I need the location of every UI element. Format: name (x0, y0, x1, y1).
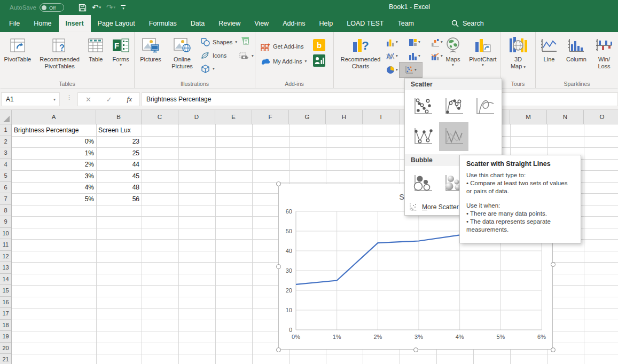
column-header-H[interactable]: H (326, 110, 363, 124)
row-header-10[interactable]: 10 (0, 228, 11, 240)
cell-B4[interactable]: 44 (96, 159, 142, 171)
3d-models-button[interactable]: ▾ (201, 63, 240, 75)
row-header-3[interactable]: 3 (0, 147, 11, 159)
cell-B7[interactable]: 56 (96, 193, 142, 205)
cell-B6[interactable]: 48 (96, 182, 142, 194)
bing-maps-addin-button[interactable]: b (313, 39, 325, 53)
pivotchart-button[interactable]: PivotChart ▾ (467, 32, 498, 67)
row-header-13[interactable]: 13 (0, 262, 11, 274)
undo-caret-icon[interactable]: ▾ (99, 5, 101, 10)
tab-insert[interactable]: Insert (59, 15, 91, 32)
column-header-I[interactable]: I (363, 110, 400, 124)
chart-handle-top-left[interactable] (276, 181, 281, 186)
recommended-charts-button[interactable]: ? Recommended Charts (336, 32, 385, 69)
tab-add-ins[interactable]: Add-ins (276, 15, 312, 32)
row-header-15[interactable]: 15 (0, 285, 11, 297)
menu-item-scatter-smooth-markers[interactable] (439, 92, 468, 121)
redo-button[interactable]: ↷▾ (105, 3, 117, 12)
cell-B5[interactable]: 45 (96, 170, 142, 182)
name-box[interactable]: A1 ▾ (1, 92, 60, 106)
cell-B1[interactable]: Screen Lux (96, 124, 142, 136)
insert-scatter-chart-button[interactable]: ▾ (399, 62, 423, 78)
chart-handle-bottom-left[interactable] (276, 347, 281, 352)
smartart-button[interactable] (239, 36, 255, 47)
tab-help[interactable]: Help (312, 15, 340, 32)
sparkline-line-button[interactable]: Line (536, 32, 562, 88)
forms-button[interactable]: F Forms ▾ (107, 32, 134, 88)
tab-file[interactable]: File (2, 15, 27, 32)
cell-A1[interactable]: Brightness Percentage (12, 124, 96, 136)
row-header-18[interactable]: 18 (0, 320, 11, 331)
row-header-16[interactable]: 16 (0, 297, 11, 308)
maps-button[interactable]: Maps ▾ (440, 32, 466, 67)
recommended-pivottables-button[interactable]: ? Recommended PivotTables (35, 32, 84, 88)
menu-item-scatter-straight-markers[interactable] (408, 122, 437, 151)
row-header-19[interactable]: 19 (0, 331, 11, 343)
people-graph-addin-button[interactable] (313, 54, 325, 69)
icons-button[interactable]: Icons (201, 50, 240, 61)
row-header-5[interactable]: 5 (0, 170, 11, 182)
column-header-F[interactable]: F (252, 110, 289, 124)
column-header-B[interactable]: B (96, 110, 142, 124)
menu-item-scatter-straight[interactable] (439, 122, 468, 151)
row-header-2[interactable]: 2 (0, 136, 11, 148)
tab-home[interactable]: Home (27, 15, 58, 32)
row-header-1[interactable]: 1 (0, 124, 11, 136)
tab-view[interactable]: View (247, 15, 276, 32)
row-header-8[interactable]: 8 (0, 205, 11, 217)
search-box[interactable]: Search (451, 15, 484, 32)
confirm-entry-icon[interactable]: ✓ (106, 96, 112, 104)
row-header-21[interactable]: 21 (0, 354, 11, 364)
cell-A2[interactable]: 0% (12, 136, 96, 148)
get-addins-button[interactable]: Get Add-ins (261, 41, 303, 52)
column-header-G[interactable]: G (289, 110, 326, 124)
chart-handle-mid-right[interactable] (551, 262, 556, 267)
column-header-A[interactable]: A (12, 110, 96, 124)
table-button[interactable]: Table (84, 32, 107, 88)
insert-hierarchy-chart-button[interactable]: ▾ (403, 35, 426, 49)
cell-A3[interactable]: 1% (12, 147, 96, 159)
tab-team[interactable]: Team (390, 15, 421, 32)
column-header-O[interactable]: O (584, 110, 618, 124)
column-header-M[interactable]: M (510, 110, 547, 124)
row-header-7[interactable]: 7 (0, 193, 11, 205)
tab-review[interactable]: Review (212, 15, 247, 32)
name-box-caret-icon[interactable]: ▾ (50, 97, 59, 102)
save-button[interactable] (77, 4, 88, 12)
insert-column-chart-button[interactable]: ▾ (381, 35, 403, 49)
insert-line-chart-button[interactable]: ▾ (381, 49, 403, 63)
pictures-button[interactable]: Pictures (136, 32, 166, 63)
insert-function-icon[interactable]: fx (127, 95, 132, 104)
chart-handle-bottom-right[interactable] (551, 347, 556, 352)
cell-B2[interactable]: 23 (96, 136, 142, 148)
cell-A5[interactable]: 3% (12, 170, 96, 182)
menu-item-scatter[interactable] (408, 92, 437, 121)
cell-A4[interactable]: 2% (12, 159, 96, 171)
autosave-pill[interactable]: Off (40, 3, 64, 12)
tab-page-layout[interactable]: Page Layout (91, 15, 142, 32)
autosave-toggle[interactable]: AutoSave Off (10, 3, 64, 12)
shapes-button[interactable]: Shapes ▾ (201, 36, 240, 48)
column-header-C[interactable]: C (142, 110, 178, 124)
cell-B3[interactable]: 25 (96, 147, 142, 159)
row-header-4[interactable]: 4 (0, 159, 11, 171)
online-pictures-button[interactable]: Online Pictures (166, 32, 199, 69)
my-addins-button[interactable]: My Add-ins ▾ (261, 56, 307, 67)
screenshot-button[interactable]: ▾ (239, 50, 255, 62)
select-all-button[interactable] (0, 110, 12, 124)
undo-button[interactable]: ↶▾ (90, 3, 103, 12)
formula-input[interactable]: Brightness Percentage (142, 92, 618, 106)
menu-item-bubble[interactable] (408, 169, 437, 198)
row-header-12[interactable]: 12 (0, 251, 11, 263)
sparkline-winloss-button[interactable]: Win/ Loss (590, 32, 618, 88)
cancel-entry-icon[interactable]: ✕ (85, 96, 91, 104)
column-header-D[interactable]: D (178, 110, 215, 124)
tab-formulas[interactable]: Formulas (142, 15, 184, 32)
tab-data[interactable]: Data (184, 15, 212, 32)
tab-load-test[interactable]: LOAD TEST (340, 15, 390, 32)
pivottable-button[interactable]: PivotTable (0, 32, 35, 88)
customize-qat-button[interactable]: ▾ (119, 5, 127, 11)
row-header-9[interactable]: 9 (0, 216, 11, 228)
chart-handle-mid-left[interactable] (276, 264, 281, 269)
chart-handle-bottom-mid[interactable] (413, 347, 418, 352)
